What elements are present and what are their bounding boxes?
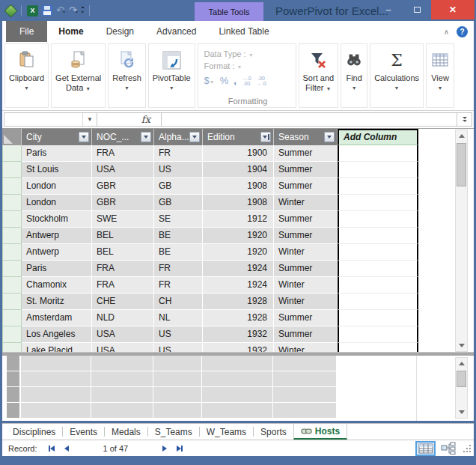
sheet-tab-sports[interactable]: Sports	[254, 424, 293, 440]
resize-grip[interactable]	[463, 445, 471, 452]
calc-cell[interactable]	[153, 403, 202, 419]
cell[interactable]: Summer	[274, 211, 338, 228]
cell[interactable]: Winter	[274, 343, 338, 352]
cell[interactable]: Paris	[22, 261, 92, 277]
ribbon-tab-advanced[interactable]: Advanced	[145, 21, 207, 42]
calc-cell[interactable]	[202, 403, 273, 419]
find-button[interactable]: Find ▼	[345, 46, 363, 93]
calc-cell[interactable]	[91, 356, 153, 371]
cell[interactable]: Winter	[274, 195, 338, 211]
row-selector[interactable]	[2, 145, 22, 162]
calc-cell[interactable]	[273, 387, 337, 403]
cell[interactable]: USA	[92, 162, 154, 178]
cell[interactable]: FRA	[92, 145, 154, 162]
cell[interactable]: Amsterdam	[22, 310, 92, 326]
cell[interactable]: St Louis	[22, 162, 92, 178]
cell[interactable]: Summer	[274, 228, 338, 244]
expand-formula-bar-icon[interactable]	[457, 112, 472, 127]
cell[interactable]: GBR	[92, 178, 154, 195]
add-column-cell[interactable]	[338, 162, 418, 178]
add-column-cell[interactable]	[338, 343, 418, 352]
column-header-edition[interactable]: Edition	[203, 129, 274, 145]
calculations-button[interactable]: Σ Calculations ▼	[374, 46, 419, 93]
column-header-noc[interactable]: NOC_...	[92, 129, 154, 145]
calc-cell[interactable]	[202, 387, 273, 403]
calc-row-header[interactable]	[7, 371, 21, 387]
calc-cell[interactable]	[21, 403, 91, 419]
cell[interactable]: NLD	[92, 310, 154, 326]
cell[interactable]: London	[22, 195, 92, 211]
calc-cell[interactable]	[273, 356, 337, 371]
cell[interactable]: 1908	[203, 195, 274, 211]
cell[interactable]: USA	[92, 343, 154, 352]
chevron-down-icon[interactable]: ▾	[76, 10, 78, 14]
scrollbar-thumb[interactable]	[457, 143, 466, 186]
name-box[interactable]: ▼	[4, 112, 97, 127]
sheet-tab-medals[interactable]: Medals	[105, 424, 147, 440]
row-selector[interactable]	[2, 277, 22, 294]
filter-dropdown-icon[interactable]	[189, 132, 200, 142]
cell[interactable]: GBR	[92, 195, 154, 211]
cell[interactable]: US	[154, 162, 203, 178]
ribbon-tab-home[interactable]: Home	[47, 21, 94, 42]
cell[interactable]: FR	[154, 145, 203, 162]
add-column-cell[interactable]	[338, 310, 418, 326]
row-selector[interactable]	[2, 326, 22, 343]
cell[interactable]: 1912	[203, 211, 274, 228]
cell[interactable]: USA	[92, 326, 154, 343]
last-record-button[interactable]	[173, 444, 186, 453]
cell[interactable]: GB	[154, 178, 203, 195]
ribbon-tab-design[interactable]: Design	[95, 21, 145, 42]
pivottable-button[interactable]: PivotTable ▼	[153, 46, 191, 93]
calc-vertical-scrollbar[interactable]	[455, 357, 468, 419]
calc-cell[interactable]	[202, 371, 273, 387]
column-header-season[interactable]: Season	[274, 129, 338, 145]
cell[interactable]: BE	[154, 244, 203, 261]
vertical-scrollbar[interactable]	[455, 130, 468, 352]
select-all-corner[interactable]	[2, 129, 22, 145]
maximize-button[interactable]	[403, 0, 431, 19]
add-column-cell[interactable]	[338, 277, 418, 294]
sheet-tab-disciplines[interactable]: Disciplines	[6, 424, 62, 440]
cell[interactable]: US	[154, 343, 203, 352]
calc-row-header[interactable]	[7, 387, 21, 403]
grid-view-icon[interactable]	[415, 441, 436, 456]
cell[interactable]: 1904	[203, 162, 274, 178]
row-selector[interactable]	[2, 228, 22, 244]
scroll-up-icon[interactable]	[456, 130, 467, 142]
row-selector[interactable]	[2, 261, 22, 277]
add-column-header[interactable]: Add Column	[338, 129, 418, 145]
cell[interactable]: US	[154, 326, 203, 343]
cell[interactable]: SWE	[92, 211, 154, 228]
cell[interactable]: FRA	[92, 261, 154, 277]
sort-and-filter-button[interactable]: Sort and Filter ▼	[303, 46, 335, 94]
cell[interactable]: Antwerp	[22, 228, 92, 244]
row-selector[interactable]	[2, 211, 22, 228]
cell[interactable]: St. Moritz	[22, 294, 92, 310]
cell[interactable]: Summer	[274, 261, 338, 277]
add-column-cell[interactable]	[338, 244, 418, 261]
save-icon[interactable]	[42, 5, 52, 16]
calc-cell[interactable]	[153, 387, 202, 403]
cell[interactable]: Summer	[274, 178, 338, 195]
calc-row-header[interactable]	[7, 403, 21, 419]
cell[interactable]: 1924	[203, 277, 274, 294]
add-column-cell[interactable]	[338, 294, 418, 310]
insert-function-button[interactable]: fx	[97, 112, 162, 127]
scrollbar-thumb[interactable]	[457, 371, 466, 387]
next-record-button[interactable]	[159, 444, 171, 453]
cell[interactable]: CH	[154, 294, 203, 310]
first-record-button[interactable]	[45, 444, 58, 453]
calc-cell[interactable]	[21, 371, 91, 387]
sheet-tab-hosts[interactable]: Hosts	[293, 424, 347, 440]
filter-dropdown-icon[interactable]	[141, 132, 151, 142]
row-selector[interactable]	[2, 195, 22, 211]
column-header-city[interactable]: City	[22, 129, 92, 145]
sheet-tab-w_teams[interactable]: W_Teams	[200, 424, 253, 440]
cell[interactable]: Summer	[274, 326, 338, 343]
cell[interactable]: FRA	[92, 277, 154, 294]
cell[interactable]: BEL	[92, 244, 154, 261]
cell[interactable]: Antwerp	[22, 244, 92, 261]
cell[interactable]: 1928	[203, 310, 274, 326]
calc-cell[interactable]	[153, 371, 202, 387]
